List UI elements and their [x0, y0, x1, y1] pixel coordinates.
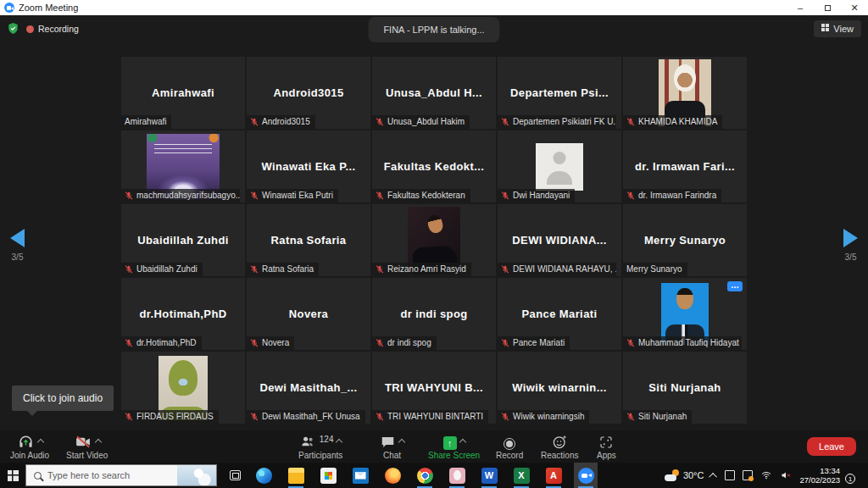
leave-button[interactable]: Leave	[807, 437, 856, 456]
window-title: Zoom Meeting	[19, 3, 78, 13]
notification-center-button[interactable]: 1	[848, 469, 861, 481]
participant-tile[interactable]: Dwi Handayani	[498, 130, 621, 202]
participant-tile[interactable]: TRI WAHYUNI B...TRI WAHYUNI BINTARTI	[372, 352, 496, 424]
participant-tile[interactable]: DEWI WIDIANA...DEWI WIDIANA RAHAYU, ...	[498, 204, 621, 276]
store-icon	[320, 468, 337, 484]
participant-display-name: TRI WAHYUNI B...	[381, 381, 487, 394]
excel-icon: X	[514, 468, 530, 484]
search-input[interactable]	[47, 470, 177, 480]
taskbar-app-mail[interactable]	[348, 463, 372, 488]
security-shield-icon[interactable]	[8, 22, 19, 38]
muted-mic-icon	[125, 413, 133, 421]
next-page-arrow-icon[interactable]	[843, 229, 858, 247]
minimize-button[interactable]: –	[787, 0, 814, 15]
clock[interactable]: 13:34 27/02/2023	[799, 466, 840, 485]
start-video-button[interactable]: Start Video	[66, 433, 108, 460]
participant-tile[interactable]: Departemen Psi...Departemen Psikiatri FK…	[498, 57, 621, 129]
participant-display-name: Winawati Eka P...	[257, 160, 359, 173]
participant-tile[interactable]: AmirahwafiAmirahwafi	[121, 57, 245, 129]
taskbar-app-excel[interactable]: X	[509, 463, 533, 488]
taskbar-app-firefox[interactable]	[381, 463, 404, 488]
participant-tile[interactable]: Ubaidillah ZuhdiUbaidillah Zuhdi	[121, 204, 245, 276]
participant-tile[interactable]: NoveraNovera	[247, 278, 370, 350]
participant-name-label: DEWI WIDIANA RAHAYU, ...	[498, 263, 616, 276]
participant-tile[interactable]: Unusa_Abdul H...Unusa_Abdul Hakim	[372, 57, 496, 129]
join-audio-button[interactable]: Join Audio	[10, 433, 49, 460]
muted-mic-icon	[626, 339, 635, 347]
participant-name-label: Pance Mariati	[498, 336, 570, 350]
participant-tile[interactable]: Siti NurjanahSiti Nurjanah	[623, 352, 747, 424]
page-indicator: 3/5	[845, 252, 857, 262]
tablet-mode-icon[interactable]	[725, 470, 735, 480]
muted-mic-icon	[250, 118, 259, 126]
participant-tile[interactable]: Pance MariatiPance Mariati	[498, 278, 621, 350]
taskbar-app-edge[interactable]	[252, 463, 275, 488]
participant-tile[interactable]: Fakultas Kedokt...Fakultas Kedokteran	[372, 130, 496, 202]
taskbar-app-file-explorer[interactable]	[284, 463, 308, 488]
muted-mic-icon	[250, 265, 259, 274]
taskbar-app-store[interactable]	[316, 463, 340, 488]
previous-page-arrow-icon[interactable]	[10, 229, 25, 247]
record-button[interactable]: Record	[496, 433, 523, 460]
view-button[interactable]: View	[814, 20, 861, 37]
taskbar-search[interactable]	[25, 464, 217, 486]
share-screen-button[interactable]: ↑ Share Screen	[428, 433, 480, 460]
participant-tile[interactable]: dr indi spogdr indi spog	[372, 278, 496, 350]
muted-mic-icon	[501, 118, 509, 126]
search-highlight-image[interactable]	[177, 465, 216, 485]
more-options-button[interactable]: …	[727, 281, 743, 291]
participant-display-name: Siti Nurjanah	[644, 381, 725, 394]
participant-tile[interactable]: Merry SunaryoMerry Sunaryo	[623, 204, 747, 276]
restore-button[interactable]	[814, 0, 841, 15]
taskbar-app-zoom[interactable]	[574, 463, 598, 488]
volume-muted-icon[interactable]	[780, 470, 792, 480]
snip-notification-icon[interactable]	[743, 470, 753, 480]
apps-button[interactable]: Apps	[597, 433, 616, 460]
participant-tile[interactable]: Muhammad Taufiq Hidayat…	[623, 278, 747, 350]
reactions-button[interactable]: Reactions	[541, 433, 578, 460]
edge-icon	[256, 468, 272, 484]
participant-tile[interactable]: KHAMIDA KHAMIDA	[623, 57, 747, 129]
weather-widget[interactable]: 30°C	[665, 469, 704, 481]
participant-name-label: Android3015	[247, 115, 315, 129]
wifi-icon[interactable]	[760, 470, 772, 480]
participant-tile[interactable]: Wiwik winarnin...Wiwik winarningsih	[498, 352, 621, 424]
taskbar-app-word[interactable]: W	[477, 463, 501, 488]
join-audio-chevron-icon[interactable]	[36, 439, 43, 446]
participant-tile[interactable]: Winawati Eka P...Winawati Eka Putri	[247, 130, 370, 202]
participant-tile[interactable]: FIRDAUS FIRDAUS	[121, 352, 245, 424]
muted-mic-icon	[626, 191, 635, 200]
chat-label: Chat	[383, 451, 401, 460]
date-label: 27/02/2023	[799, 475, 840, 485]
video-camera-slash-icon	[74, 434, 92, 450]
windows-logo-icon	[8, 470, 19, 481]
taskbar-app-chrome[interactable]	[413, 463, 437, 488]
start-video-chevron-icon[interactable]	[94, 439, 101, 446]
participant-tile[interactable]: Reizano Amri Rasyid	[372, 204, 496, 276]
participant-name-label: FIRDAUS FIRDAUS	[121, 410, 219, 424]
recording-indicator: Recording	[26, 24, 79, 34]
participant-name-label: Departemen Psikiatri FK U...	[498, 115, 616, 129]
participant-tile[interactable]: dr.Hotimah,PhDdr.Hotimah,PhD	[121, 278, 245, 350]
participant-name-label: Fakultas Kedokteran	[372, 189, 470, 202]
taskbar-app-media[interactable]	[445, 463, 469, 488]
task-view-button[interactable]	[222, 463, 248, 488]
share-screen-chevron-icon[interactable]	[459, 439, 465, 446]
participant-name-label: KHAMIDA KHAMIDA	[623, 115, 722, 129]
participants-chevron-icon[interactable]	[336, 439, 342, 446]
participant-tile[interactable]: Android3015Android3015	[247, 57, 370, 129]
muted-mic-icon	[626, 413, 635, 421]
tray-expand-chevron-icon[interactable]	[709, 472, 718, 480]
firefox-icon	[385, 468, 401, 484]
participant-tile[interactable]: Ratna SofariaRatna Sofaria	[247, 204, 370, 276]
taskbar-app-acrobat[interactable]: A	[542, 463, 565, 488]
close-button[interactable]: ✕	[841, 0, 868, 15]
chat-chevron-icon[interactable]	[398, 439, 405, 446]
chat-button[interactable]: Chat	[380, 433, 404, 460]
participant-tile[interactable]: dr. Irmawan Fari...dr. Irmawan Farindra	[623, 130, 747, 202]
muted-mic-icon	[376, 265, 384, 274]
participants-button[interactable]: 124 Participants	[298, 433, 342, 460]
participant-tile[interactable]: machmudahsyarifsubagyo...	[121, 130, 245, 202]
participant-tile[interactable]: Dewi Masithah_...Dewi Masithah_FK Unusa	[247, 352, 370, 424]
start-button[interactable]	[0, 463, 25, 488]
